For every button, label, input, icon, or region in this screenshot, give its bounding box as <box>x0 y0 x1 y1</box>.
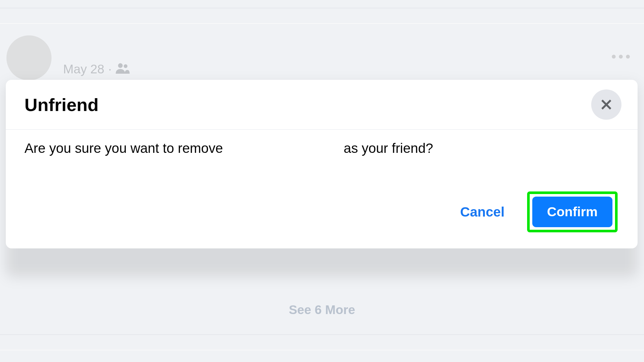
modal-message: Are you sure you want to remove as your … <box>24 141 619 156</box>
cancel-button[interactable]: Cancel <box>454 200 511 224</box>
overflow-dot-icon <box>619 55 623 59</box>
post-overflow-button[interactable] <box>612 55 630 59</box>
message-prefix: Are you sure you want to remove <box>24 141 223 156</box>
overflow-dot-icon <box>626 55 630 59</box>
divider <box>0 334 644 335</box>
divider <box>0 23 644 24</box>
close-icon <box>600 98 613 111</box>
divider <box>0 8 644 8</box>
redacted-name <box>226 141 340 156</box>
post-header: May 28 · <box>6 35 130 80</box>
post-date: May 28 <box>63 62 104 76</box>
post-meta: May 28 · <box>63 62 130 77</box>
modal-title: Unfriend <box>24 94 99 115</box>
modal-header: Unfriend <box>6 80 638 130</box>
see-more-link[interactable]: See 6 More <box>289 303 355 317</box>
svg-point-1 <box>124 64 128 68</box>
meta-separator: · <box>108 62 112 76</box>
svg-point-0 <box>118 63 122 68</box>
confirm-button[interactable]: Confirm <box>532 197 612 227</box>
friends-audience-icon <box>116 62 130 77</box>
modal-actions: Cancel Confirm <box>24 191 619 232</box>
unfriend-modal: Unfriend Are you sure you want to remove… <box>6 80 638 248</box>
divider <box>0 350 644 350</box>
modal-body: Are you sure you want to remove as your … <box>6 130 638 248</box>
confirm-highlight: Confirm <box>527 191 618 232</box>
message-suffix: as your friend? <box>344 141 433 156</box>
avatar <box>6 35 52 80</box>
close-button[interactable] <box>591 89 621 120</box>
overflow-dot-icon <box>612 55 616 59</box>
